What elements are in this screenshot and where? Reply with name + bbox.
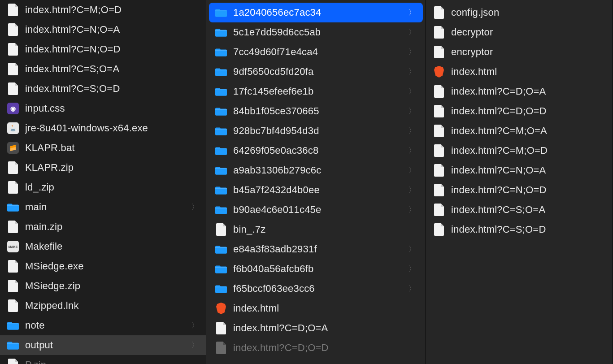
file-icon bbox=[7, 4, 19, 16]
brave-html-icon bbox=[215, 303, 227, 314]
item-label: index.html?C=D;O=D bbox=[233, 342, 417, 354]
folder-item[interactable]: f65bccf063ee3cc6〉 bbox=[209, 279, 423, 299]
folder-item[interactable]: 5c1e7dd59d6cc5ab〉 bbox=[209, 22, 423, 42]
file-icon bbox=[7, 24, 19, 35]
item-label: main bbox=[25, 201, 185, 213]
folder-icon bbox=[7, 339, 19, 351]
file-icon bbox=[7, 280, 19, 292]
file-item[interactable]: KLAPR.bat bbox=[0, 138, 206, 158]
folder-item[interactable]: 7cc49d60f71e4ca4〉 bbox=[209, 42, 423, 62]
folder-item[interactable]: 64269f05e0ac36c8〉 bbox=[209, 141, 423, 160]
file-item[interactable]: index.html?C=S;O=A bbox=[0, 59, 206, 79]
file-item[interactable]: index.html?C=M;O=A bbox=[427, 121, 612, 141]
file-item[interactable]: P.zip bbox=[0, 355, 206, 364]
file-item[interactable]: index.html?C=S;O=A bbox=[427, 200, 612, 220]
file-item[interactable]: index.html?C=D;O=D bbox=[427, 101, 612, 121]
file-item[interactable]: bin_.7z bbox=[209, 220, 423, 239]
makefile-icon: MAKE bbox=[7, 241, 19, 252]
file-icon bbox=[433, 145, 445, 156]
file-item[interactable]: index.html bbox=[209, 299, 423, 318]
file-icon bbox=[433, 26, 445, 38]
folder-item[interactable]: b45a7f2432d4b0ee〉 bbox=[209, 180, 423, 200]
file-item[interactable]: index.html?C=D;O=D bbox=[209, 338, 423, 358]
file-item[interactable]: index.html?C=N;O=D bbox=[427, 180, 612, 200]
folder-icon bbox=[7, 320, 19, 331]
folder-item[interactable]: 17fc145efeef6e1b〉 bbox=[209, 82, 423, 101]
file-item[interactable]: config.json bbox=[427, 3, 612, 22]
item-label: KLAPR.bat bbox=[25, 142, 200, 154]
folder-icon bbox=[215, 46, 227, 58]
column-1[interactable]: index.html?C=M;O=Dindex.html?C=N;O=Ainde… bbox=[0, 0, 206, 364]
chevron-right-icon: 〉 bbox=[409, 166, 416, 175]
file-icon bbox=[215, 224, 227, 235]
column-2[interactable]: 1a2040656ec7ac34〉5c1e7dd59d6cc5ab〉7cc49d… bbox=[206, 0, 426, 364]
folder-item[interactable]: b90ae4c6e011c45e〉 bbox=[209, 200, 423, 220]
item-label: encryptor bbox=[451, 46, 605, 58]
file-item[interactable]: jre-8u401-windows-x64.exe bbox=[0, 118, 206, 138]
file-item[interactable]: index.html?C=D;O=A bbox=[427, 82, 612, 101]
file-item[interactable]: index.html?C=M;O=D bbox=[427, 141, 612, 160]
file-item[interactable]: MSiedge.zip bbox=[0, 276, 206, 296]
file-icon bbox=[7, 43, 19, 55]
exe-icon bbox=[7, 260, 19, 272]
file-item[interactable]: index.html bbox=[427, 62, 612, 82]
file-icon bbox=[7, 63, 19, 75]
file-item[interactable]: index.html?C=M;O=D bbox=[0, 0, 206, 20]
chevron-right-icon: 〉 bbox=[409, 186, 416, 195]
folder-item[interactable]: output〉 bbox=[0, 335, 206, 355]
item-label: index.html?C=S;O=D bbox=[25, 83, 200, 95]
folder-item[interactable]: 84bb1f05ce370665〉 bbox=[209, 101, 423, 121]
file-icon bbox=[433, 165, 445, 176]
item-label: KLAPR.zip bbox=[25, 162, 200, 173]
file-item[interactable]: index.html?C=N;O=A bbox=[427, 160, 612, 180]
chevron-right-icon: 〉 bbox=[409, 126, 416, 136]
file-item[interactable]: encryptor bbox=[427, 42, 612, 62]
item-label: f65bccf063ee3cc6 bbox=[233, 283, 402, 295]
item-label: index.html?C=S;O=A bbox=[451, 204, 605, 216]
file-item[interactable]: index.html?C=N;O=A bbox=[0, 20, 206, 39]
folder-icon bbox=[215, 283, 227, 295]
item-label: index.html bbox=[233, 303, 417, 314]
column-3[interactable]: config.jsondecryptorencryptorindex.htmli… bbox=[426, 0, 613, 364]
file-item[interactable]: main.zip bbox=[0, 217, 206, 237]
item-label: decryptor bbox=[451, 26, 605, 38]
file-item[interactable]: index.html?C=N;O=D bbox=[0, 39, 206, 59]
folder-icon bbox=[215, 263, 227, 275]
file-item[interactable]: ld_.zip bbox=[0, 178, 206, 197]
chevron-right-icon: 〉 bbox=[409, 87, 416, 96]
folder-item[interactable]: 1a2040656ec7ac34〉 bbox=[209, 3, 423, 22]
item-label: 84bb1f05ce370665 bbox=[233, 105, 402, 117]
folder-item[interactable]: note〉 bbox=[0, 316, 206, 335]
folder-item[interactable]: e84a3f83adb2931f〉 bbox=[209, 239, 423, 259]
file-item[interactable]: KLAPR.zip bbox=[0, 158, 206, 178]
file-item[interactable]: index.html?C=D;O=A bbox=[209, 318, 423, 338]
folder-icon bbox=[215, 86, 227, 97]
item-label: 17fc145efeef6e1b bbox=[233, 86, 402, 97]
folder-item[interactable]: f6b040a56afcb6fb〉 bbox=[209, 259, 423, 279]
file-item[interactable]: ◉input.css bbox=[0, 99, 206, 118]
file-item[interactable]: Mzipped.lnk bbox=[0, 296, 206, 316]
chevron-right-icon: 〉 bbox=[191, 341, 199, 350]
item-label: a9ab31306b279c6c bbox=[233, 165, 402, 176]
folder-item[interactable]: 928bc7bf4d954d3d〉 bbox=[209, 121, 423, 141]
file-item[interactable]: MAKEMakefile bbox=[0, 237, 206, 256]
file-item[interactable]: index.html?C=S;O=D bbox=[0, 79, 206, 99]
item-label: index.html?C=M;O=D bbox=[451, 145, 605, 156]
item-label: b45a7f2432d4b0ee bbox=[233, 184, 402, 196]
folder-item[interactable]: main〉 bbox=[0, 197, 206, 217]
file-icon bbox=[7, 300, 19, 312]
java-icon bbox=[7, 122, 19, 134]
item-label: 928bc7bf4d954d3d bbox=[233, 125, 402, 137]
folder-item[interactable]: a9ab31306b279c6c〉 bbox=[209, 160, 423, 180]
file-icon bbox=[433, 125, 445, 137]
file-item[interactable]: decryptor bbox=[427, 22, 612, 42]
item-label: note bbox=[25, 320, 185, 331]
folder-icon bbox=[215, 165, 227, 176]
chevron-right-icon: 〉 bbox=[409, 67, 416, 77]
file-item[interactable]: MSiedge.exe bbox=[0, 256, 206, 276]
chevron-right-icon: 〉 bbox=[409, 8, 416, 17]
item-label: output bbox=[25, 339, 185, 351]
folder-item[interactable]: 9df5650cd5fd20fa〉 bbox=[209, 62, 423, 82]
file-icon bbox=[7, 221, 19, 233]
file-item[interactable]: index.html?C=S;O=D bbox=[427, 220, 612, 239]
